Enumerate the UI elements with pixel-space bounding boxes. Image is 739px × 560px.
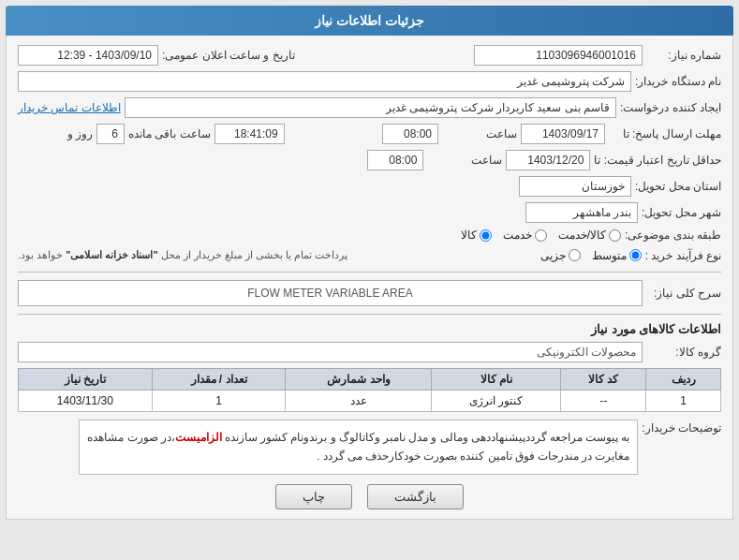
group-label: گروه کالا: xyxy=(646,346,721,359)
divider-2 xyxy=(18,314,721,315)
divider-1 xyxy=(18,272,721,273)
city-input xyxy=(525,202,638,223)
description-label: سرح کلی نیاز: xyxy=(646,287,721,300)
creator-input xyxy=(125,97,616,118)
items-table: ردیف کد کالا نام کالا واحد شمارش تعداد /… xyxy=(18,368,721,412)
description-value: FLOW METER VARIABLE AREA xyxy=(18,280,643,306)
deadline-time-input xyxy=(367,150,423,170)
group-select[interactable]: محصولات الکترونیکی xyxy=(18,342,643,362)
contact-link[interactable]: اطلاعات تماس خریدار xyxy=(18,101,121,114)
send-time-label: ساعت xyxy=(442,127,517,140)
announce-input xyxy=(18,45,158,66)
purchase-type-radio-group: متوسط جزیی xyxy=(540,249,642,262)
buyer-device-input xyxy=(18,71,631,92)
send-date-label: مهلت ارسال پاسخ: تا xyxy=(609,127,721,140)
col-header-code: کد کالا xyxy=(561,368,646,390)
send-remaining-input xyxy=(214,124,285,144)
back-button[interactable]: بازگشت xyxy=(367,484,464,509)
purchase-type-motevaset[interactable]: متوسط xyxy=(592,249,642,262)
need-number-label: شماره نیاز: xyxy=(646,49,721,62)
col-header-date: تاریخ نیاز xyxy=(19,368,153,390)
buyer-notes-label: توضیحات خریدار: xyxy=(642,418,721,435)
category-label: طبقه بندی موضوعی: xyxy=(625,228,721,242)
category-option-kala-khedmat[interactable]: کالا/خدمت xyxy=(558,228,621,242)
send-day-input xyxy=(96,124,125,144)
col-header-row: ردیف xyxy=(646,368,721,390)
deadline-date-input xyxy=(506,150,590,170)
city-label: شهر محل تحویل: xyxy=(642,206,721,219)
purchase-note: پرداخت تمام یا بخشی از مبلغ خریدار از مح… xyxy=(18,247,347,264)
need-number-input xyxy=(474,45,643,66)
items-section-title: اطلاعات کالاهای مورد نیاز xyxy=(18,322,721,336)
category-option-khedmat[interactable]: خدمت xyxy=(503,228,547,242)
table-row: 1--کنتور انرژیعدد11403/11/30 xyxy=(19,390,721,411)
col-header-unit: واحد شمارش xyxy=(286,368,432,390)
send-remaining-label: ساعت باقی مانده xyxy=(128,127,211,140)
button-bar: بازگشت چاپ xyxy=(18,484,721,509)
send-day-label: روز و xyxy=(18,127,93,140)
col-header-quantity: تعداد / مقدار xyxy=(152,368,286,390)
send-time-input xyxy=(382,124,438,144)
province-input xyxy=(519,176,631,197)
deadline-time-label: ساعت xyxy=(427,154,502,167)
print-button[interactable]: چاپ xyxy=(275,484,352,509)
buyer-notes-content: به پیوست مراجعه گرددپیشنهاددهی ومالی و م… xyxy=(79,420,638,475)
deadline-label: حداقل تاریخ اعتبار قیمت: تا xyxy=(594,154,721,167)
purchase-type-label: نوع فرآیند خرید : xyxy=(645,249,721,262)
send-date-input xyxy=(521,124,605,144)
purchase-type-jozii[interactable]: جزیی xyxy=(540,249,581,262)
page-title: جزئیات اطلاعات نیاز xyxy=(6,6,733,36)
category-option-kala[interactable]: کالا xyxy=(461,228,492,242)
creator-label: ایجاد کننده درخواست: xyxy=(620,101,721,114)
col-header-name: نام کالا xyxy=(432,368,561,390)
category-radio-group: کالا/خدمت خدمت کالا xyxy=(461,228,621,242)
province-label: استان محل تحویل: xyxy=(635,180,721,193)
announce-label: تاریخ و ساعت اعلان عمومی: xyxy=(162,49,295,62)
buyer-device-label: نام دستگاه خریدار: xyxy=(635,75,721,88)
